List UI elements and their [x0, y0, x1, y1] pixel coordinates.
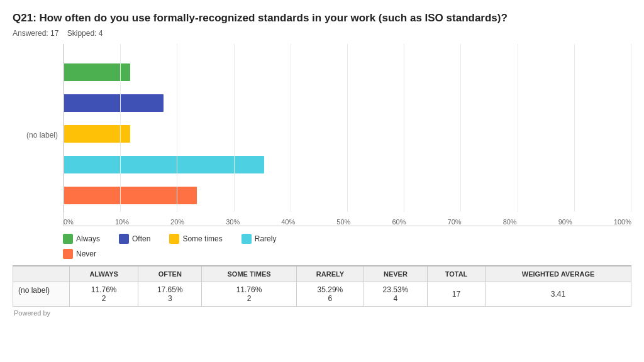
col-header-label	[13, 266, 70, 282]
bar-some-times	[64, 125, 130, 143]
col-header-sometimes: SOME TIMES	[202, 266, 297, 282]
legend-swatch-3	[242, 234, 252, 244]
bar-row-0	[64, 61, 631, 84]
cell-0-4: 23.53%4	[364, 282, 427, 307]
table-header-row: ALWAYS OFTEN SOME TIMES RARELY NEVER TOT…	[13, 266, 631, 282]
answered-label: Answered: 17	[13, 29, 58, 38]
question-meta: Answered: 17 Skipped: 4	[13, 29, 631, 38]
bar-row-3	[64, 153, 631, 176]
cell-0-0: 11.76%2	[70, 282, 138, 307]
question-title: Q21: How often do you use formally-recog…	[13, 11, 631, 25]
row-label-0: (no label)	[13, 282, 70, 307]
legend-label-2: Some times	[182, 234, 222, 243]
col-header-rarely: RARELY	[296, 266, 364, 282]
cell-0-3: 35.29%6	[296, 282, 364, 307]
bar-row-2	[64, 123, 631, 145]
footer: Powered by	[13, 309, 631, 317]
legend-label-4: Never	[76, 250, 96, 258]
col-header-often: OFTEN	[138, 266, 202, 282]
legend-label-1: Often	[132, 234, 150, 243]
col-header-total: TOTAL	[427, 266, 485, 282]
table-row-0: (no label)11.76%217.65%311.76%235.29%623…	[13, 282, 631, 307]
skipped-label: Skipped: 4	[67, 29, 103, 38]
legend-swatch-2	[169, 234, 179, 244]
legend-swatch-0	[63, 234, 73, 244]
legend-item-2: Some times	[169, 234, 222, 244]
bar-often	[64, 94, 164, 112]
legend-item-1: Often	[119, 234, 150, 244]
col-header-weighted: WEIGHTED AVERAGE	[486, 266, 631, 282]
bar-row-1	[64, 92, 631, 114]
y-axis-label: (no label)	[13, 44, 63, 226]
legend-item-3: Rarely	[242, 234, 277, 244]
legend-label-3: Rarely	[255, 234, 277, 243]
legend-swatch-1	[119, 234, 129, 244]
legend-swatch-4	[63, 249, 73, 259]
bar-rarely	[64, 156, 264, 173]
cell-weighted-0: 3.41	[486, 282, 631, 307]
legend-label-0: Always	[76, 234, 100, 243]
legend-item-4: Never	[63, 249, 96, 259]
cell-total-0: 17	[427, 282, 485, 307]
col-header-always: ALWAYS	[70, 266, 138, 282]
bars-container	[64, 50, 631, 217]
cell-0-2: 11.76%2	[202, 282, 297, 307]
legend-area: AlwaysOftenSome timesRarelyNever	[13, 230, 631, 263]
chart-area: (no label) 0% 10% 20%	[13, 44, 631, 226]
bar-always	[64, 63, 130, 81]
bar-never	[64, 187, 197, 204]
data-table: ALWAYS OFTEN SOME TIMES RARELY NEVER TOT…	[13, 265, 631, 307]
cell-0-1: 17.65%3	[138, 282, 202, 307]
page: Q21: How often do you use formally-recog…	[0, 0, 644, 362]
chart-inner: 0% 10% 20% 30% 40% 50% 60% 70% 80% 90% 1…	[63, 44, 631, 226]
legend-item-0: Always	[63, 234, 100, 244]
x-axis: 0% 10% 20% 30% 40% 50% 60% 70% 80% 90% 1…	[64, 217, 631, 226]
bar-row-4	[64, 184, 631, 207]
col-header-never: NEVER	[364, 266, 427, 282]
